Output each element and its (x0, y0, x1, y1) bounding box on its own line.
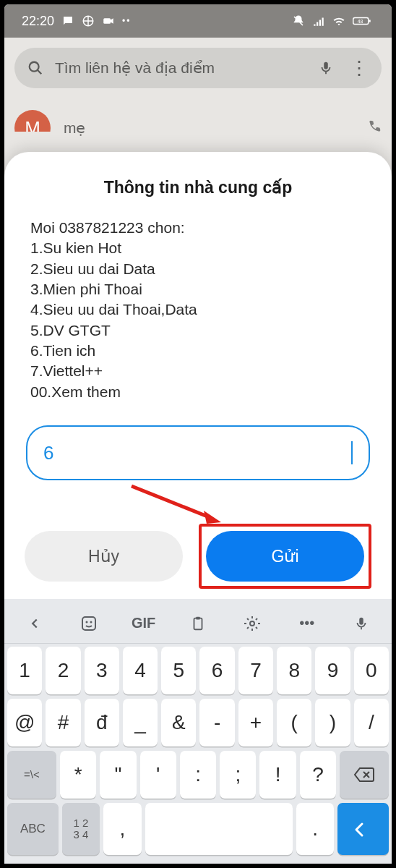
sports-icon (82, 14, 95, 27)
key-symshift[interactable]: =\< (7, 751, 56, 799)
svg-rect-1 (103, 18, 111, 24)
key-at[interactable]: @ (7, 699, 42, 746)
dialog-title: Thông tin nhà cung cấp (25, 178, 371, 197)
kb-row-3: =\< * " ' : ; ! ? (7, 751, 389, 799)
key-slash[interactable]: / (354, 699, 389, 746)
svg-point-10 (86, 621, 88, 623)
send-label: Gửi (272, 547, 299, 566)
key-squote[interactable]: ' (140, 751, 176, 799)
svg-rect-13 (196, 616, 200, 619)
search-icon (27, 60, 43, 76)
more-icon[interactable]: ⋮ (350, 57, 369, 80)
camera-icon (102, 14, 115, 27)
svg-point-5 (30, 62, 39, 72)
ussd-input-wrap[interactable] (26, 425, 370, 480)
contact-row[interactable]: M mẹ (14, 110, 382, 146)
svg-rect-15 (359, 617, 363, 624)
key-2[interactable]: 2 (46, 647, 80, 694)
svg-line-7 (132, 486, 211, 518)
key-1[interactable]: 1 (7, 647, 42, 694)
keyboard-toolbar: GIF ••• (4, 603, 392, 644)
contact-name: mẹ (64, 119, 86, 137)
wifi-icon (332, 14, 345, 27)
svg-rect-12 (194, 618, 202, 629)
key-6[interactable]: 6 (199, 647, 234, 694)
key-enter[interactable] (337, 803, 389, 855)
key-4[interactable]: 4 (123, 647, 158, 694)
key-8[interactable]: 8 (277, 647, 311, 694)
key-7[interactable]: 7 (238, 647, 273, 694)
key-exclaim[interactable]: ! (259, 751, 296, 799)
svg-point-11 (90, 621, 92, 623)
send-button[interactable]: Gửi (206, 531, 364, 582)
cancel-button[interactable]: Hủy (25, 531, 183, 582)
mic-icon[interactable] (318, 60, 334, 76)
key-underscore[interactable]: _ (123, 699, 158, 746)
key-hash[interactable]: # (46, 699, 80, 746)
ussd-input[interactable] (43, 442, 353, 464)
kb-row-1: 1 2 3 4 5 6 7 8 9 0 (7, 647, 389, 694)
text-cursor (351, 441, 353, 464)
key-plus[interactable]: + (238, 699, 273, 746)
battery-icon: 48 (353, 14, 374, 27)
mute-icon (292, 14, 305, 27)
key-star[interactable]: * (60, 751, 96, 799)
key-amp[interactable]: & (161, 699, 196, 746)
message-icon (61, 14, 74, 27)
kb-row-2: @ # đ _ & - + ( ) / (7, 699, 389, 746)
annotation-arrow (25, 485, 371, 521)
svg-rect-9 (82, 617, 95, 630)
key-period[interactable]: . (296, 803, 334, 855)
kb-gif-button[interactable]: GIF (117, 615, 171, 631)
status-bar: 22:20 •• 48 (4, 4, 392, 38)
status-time: 22:20 (22, 14, 54, 29)
kb-collapse-icon[interactable] (8, 616, 61, 631)
kb-settings-icon[interactable] (225, 615, 279, 632)
signal-icon (312, 14, 325, 27)
key-comma[interactable]: , (103, 803, 141, 855)
phone-icon[interactable] (367, 119, 382, 137)
key-rparen[interactable]: ) (315, 699, 350, 746)
search-bar[interactable]: Tìm liên hệ và địa điểm ⋮ (14, 48, 382, 88)
status-dots: •• (122, 16, 131, 26)
key-minus[interactable]: - (199, 699, 234, 746)
svg-rect-3 (369, 20, 371, 22)
search-placeholder: Tìm liên hệ và địa điểm (55, 59, 215, 77)
ussd-dialog: Thông tin nhà cung cấp Moi 0387821223 ch… (4, 152, 392, 615)
svg-text:48: 48 (358, 19, 363, 24)
annotation-highlight: Gửi (199, 524, 371, 589)
key-backspace[interactable] (340, 751, 389, 799)
kb-mic-icon[interactable] (335, 616, 388, 631)
key-space[interactable] (145, 803, 293, 855)
key-numpad[interactable]: 1 2 3 4 (62, 803, 100, 855)
kb-sticker-icon[interactable] (62, 615, 116, 632)
svg-point-14 (250, 621, 254, 626)
key-colon[interactable]: : (180, 751, 216, 799)
kb-more-button[interactable]: ••• (280, 615, 334, 631)
key-semicolon[interactable]: ; (220, 751, 256, 799)
key-question[interactable]: ? (300, 751, 336, 799)
kb-row-4: ABC 1 2 3 4 , . (7, 803, 389, 855)
cancel-label: Hủy (88, 547, 119, 566)
dialog-message: Moi 0387821223 chon: 1.Su kien Hot 2.Sie… (30, 218, 366, 402)
key-dstroke[interactable]: đ (85, 699, 119, 746)
key-0[interactable]: 0 (354, 647, 389, 694)
key-mode-abc[interactable]: ABC (7, 803, 59, 855)
key-9[interactable]: 9 (315, 647, 350, 694)
avatar: M (14, 110, 51, 146)
svg-rect-6 (324, 62, 328, 69)
key-dquote[interactable]: " (100, 751, 136, 799)
keyboard: GIF ••• 1 2 3 4 5 6 7 8 9 0 @ # đ _ & - … (4, 599, 392, 864)
svg-marker-8 (204, 511, 221, 524)
key-3[interactable]: 3 (85, 647, 119, 694)
key-5[interactable]: 5 (161, 647, 196, 694)
key-lparen[interactable]: ( (277, 699, 311, 746)
kb-clipboard-icon[interactable] (171, 616, 225, 631)
